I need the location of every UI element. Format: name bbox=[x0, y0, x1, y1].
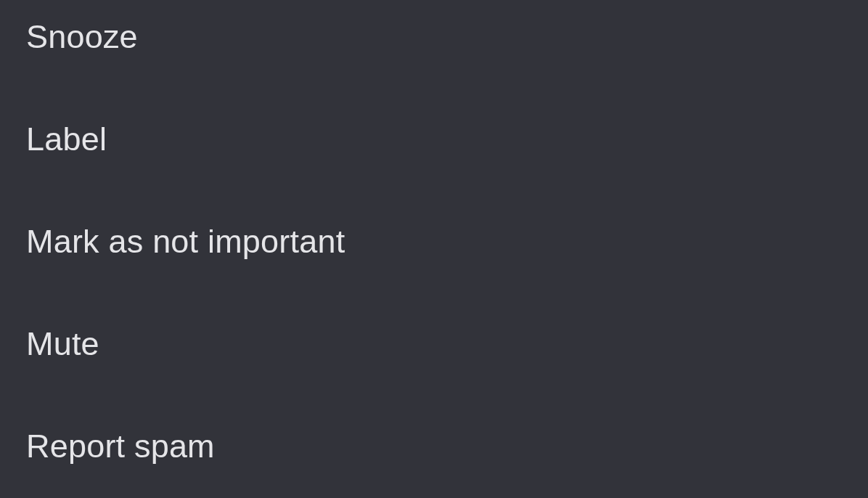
menu-item-label: Mark as not important bbox=[26, 225, 345, 258]
menu-item-snooze[interactable]: Snooze bbox=[26, 13, 868, 115]
menu-item-label: Report spam bbox=[26, 430, 215, 462]
menu-item-mark-not-important[interactable]: Mark as not important bbox=[26, 218, 868, 320]
menu-item-report-spam[interactable]: Report spam bbox=[26, 423, 868, 498]
menu-item-mute[interactable]: Mute bbox=[26, 320, 868, 423]
menu-item-label: Label bbox=[26, 123, 107, 155]
menu-item-label: Mute bbox=[26, 327, 99, 360]
menu-item-label[interactable]: Label bbox=[26, 115, 868, 218]
context-menu: Snooze Label Mark as not important Mute … bbox=[0, 0, 868, 498]
menu-item-label: Snooze bbox=[26, 20, 138, 53]
